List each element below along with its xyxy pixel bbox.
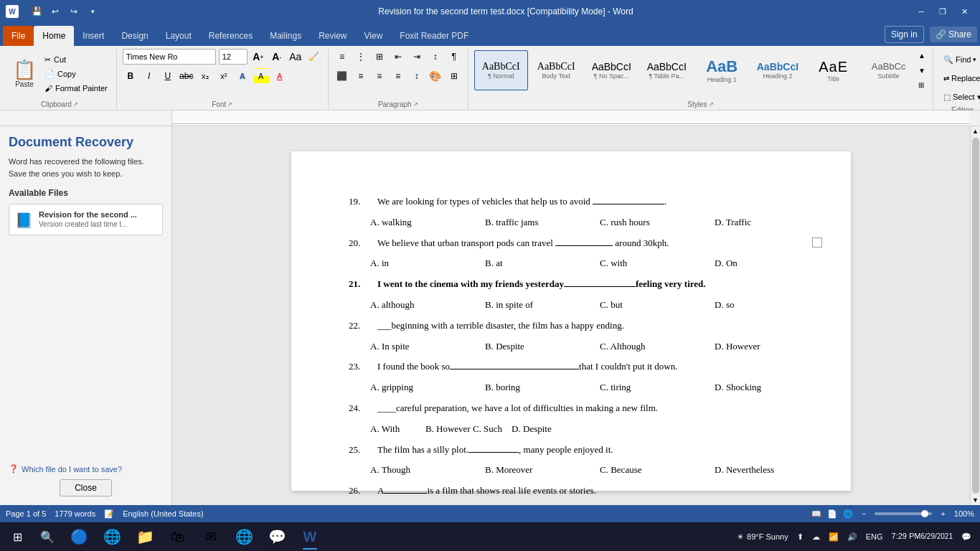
font-color-button[interactable]: A [272, 68, 288, 84]
line-spacing-button[interactable]: ↕ [409, 68, 425, 84]
underline-button[interactable]: U [160, 68, 176, 84]
increase-font-button[interactable]: A+ [250, 49, 266, 65]
view-web-button[interactable]: 🌐 [843, 509, 853, 519]
shading-button[interactable]: 🎨 [428, 68, 443, 84]
vertical-scrollbar[interactable]: ▲ ▼ [970, 126, 980, 505]
strikethrough-button[interactable]: abc [179, 68, 194, 84]
borders-button[interactable]: ⊞ [446, 68, 462, 84]
font-name-selector[interactable] [123, 49, 216, 65]
format-painter-button[interactable]: 🖌 Format Painter [42, 82, 110, 95]
signin-button[interactable]: Sign in [885, 26, 924, 43]
taskbar-teams[interactable]: 💬 [261, 522, 293, 551]
align-left-button[interactable]: ⬛ [334, 68, 350, 84]
tab-foxit[interactable]: Foxit Reader PDF [391, 26, 477, 46]
system-tray[interactable]: ⬆ [794, 524, 806, 550]
decrease-indent-button[interactable]: ⇤ [390, 49, 406, 65]
paragraph-expand-icon[interactable]: ↗ [413, 101, 418, 108]
tab-references[interactable]: References [200, 26, 261, 46]
zoom-thumb[interactable] [921, 510, 928, 517]
styles-expand-icon[interactable]: ↗ [709, 101, 714, 108]
replace-button[interactable]: ⇄ Replace [939, 70, 980, 86]
superscript-button[interactable]: x² [216, 68, 232, 84]
tab-file[interactable]: File [3, 26, 34, 46]
weather-widget[interactable]: ☀ 89°F Sunny [734, 524, 791, 550]
style-table-para[interactable]: AaBbCcI ¶ Table Pa... [640, 50, 694, 90]
style-title[interactable]: AaE Title [806, 50, 860, 90]
onedrive-icon[interactable]: ☁ [809, 524, 823, 550]
find-button[interactable]: 🔍 Find ▾ [939, 52, 980, 67]
scroll-down-button[interactable]: ▼ [971, 495, 981, 505]
view-print-button[interactable]: 📄 [827, 509, 837, 519]
show-formatting-button[interactable]: ¶ [446, 49, 462, 65]
style-heading2[interactable]: AaBbCcI Heading 2 [750, 50, 805, 90]
cut-button[interactable]: ✂ Cut [42, 53, 110, 66]
document-area[interactable]: 19. We are looking for types of vehicles… [172, 126, 970, 505]
help-link[interactable]: ❓ Which file do I want to save? [9, 464, 163, 474]
font-size-selector[interactable] [219, 49, 248, 65]
document-content[interactable]: 19. We are looking for types of vehicles… [349, 194, 793, 505]
tab-layout[interactable]: Layout [157, 26, 200, 46]
taskbar-search-button[interactable]: 🔍 [34, 524, 60, 550]
scroll-thumb[interactable] [972, 138, 979, 494]
style-body-text[interactable]: AaBbCcI Body Text [529, 50, 583, 90]
tab-mailings[interactable]: Mailings [261, 26, 310, 46]
share-button[interactable]: 🔗 Share [930, 27, 977, 42]
multilevel-button[interactable]: ⊞ [372, 49, 387, 65]
align-right-button[interactable]: ≡ [372, 68, 387, 84]
close-button[interactable]: ✕ [954, 4, 974, 19]
zoom-level[interactable]: 100% [954, 509, 974, 518]
italic-button[interactable]: I [141, 68, 157, 84]
styles-down-button[interactable]: ▼ [918, 67, 925, 75]
tab-view[interactable]: View [356, 26, 392, 46]
style-no-spacing[interactable]: AaBbCcI ¶ No Spac... [585, 50, 639, 90]
tab-design[interactable]: Design [113, 26, 156, 46]
tab-home[interactable]: Home [34, 26, 74, 46]
bold-button[interactable]: B [123, 68, 138, 84]
clock[interactable]: 7:29 PM 6/29/2021 [889, 524, 956, 550]
styles-more-button[interactable]: ⊞ [918, 81, 925, 89]
zoom-out-button[interactable]: − [859, 509, 869, 518]
style-heading1[interactable]: AaB Heading 1 [695, 50, 749, 90]
taskbar-edge[interactable]: 🌐 [96, 522, 128, 551]
zoom-in-button[interactable]: + [938, 509, 948, 518]
start-button[interactable]: ⊞ [0, 522, 34, 551]
save-button[interactable]: 💾 [29, 4, 44, 19]
tab-review[interactable]: Review [310, 26, 355, 46]
taskbar-chrome[interactable]: 🌐 [228, 522, 260, 551]
network-icon[interactable]: 📶 [826, 524, 842, 550]
undo-button[interactable]: ↩ [47, 4, 63, 19]
redo-button[interactable]: ↪ [66, 4, 82, 19]
taskbar-files[interactable]: 📁 [129, 522, 161, 551]
styles-up-button[interactable]: ▲ [918, 52, 925, 60]
clear-format-button[interactable]: 🧹 [306, 49, 322, 65]
zoom-slider[interactable] [875, 512, 932, 515]
recovered-file-item[interactable]: 📘 Revision for the second ... Version cr… [9, 204, 163, 235]
numbering-button[interactable]: ⋮ [353, 49, 369, 65]
taskbar-store[interactable]: 🛍 [162, 522, 194, 551]
tab-insert[interactable]: Insert [74, 26, 113, 46]
restore-button[interactable]: ❐ [933, 4, 953, 19]
view-read-button[interactable]: 📖 [811, 509, 821, 519]
volume-icon[interactable]: 🔊 [844, 524, 860, 550]
minimize-button[interactable]: ─ [911, 4, 931, 19]
copy-button[interactable]: 📄 Copy [42, 67, 110, 80]
select-button[interactable]: ⬚ Select ▾ [939, 89, 980, 105]
highlight-button[interactable]: A [253, 68, 269, 84]
notification-button[interactable]: 💬 [958, 524, 974, 550]
decrease-font-button[interactable]: A- [269, 49, 285, 65]
text-effect-button[interactable]: A [235, 68, 250, 84]
bullets-button[interactable]: ≡ [334, 49, 350, 65]
close-panel-button[interactable]: Close [60, 479, 112, 496]
scroll-up-button[interactable]: ▲ [971, 126, 981, 136]
paste-button[interactable]: 📋 Paste [9, 54, 40, 94]
align-center-button[interactable]: ≡ [353, 68, 369, 84]
justify-button[interactable]: ≡ [390, 68, 406, 84]
customize-qa-button[interactable]: ▾ [85, 4, 100, 19]
taskbar-mail[interactable]: ✉ [195, 522, 227, 551]
style-normal[interactable]: AaBbCcI ¶ Normal [474, 50, 528, 90]
language-indicator[interactable]: ENG [863, 524, 886, 550]
change-case-button[interactable]: Aa [288, 49, 303, 65]
subscript-button[interactable]: x₂ [197, 68, 213, 84]
increase-indent-button[interactable]: ⇥ [409, 49, 425, 65]
sort-button[interactable]: ↕ [428, 49, 443, 65]
